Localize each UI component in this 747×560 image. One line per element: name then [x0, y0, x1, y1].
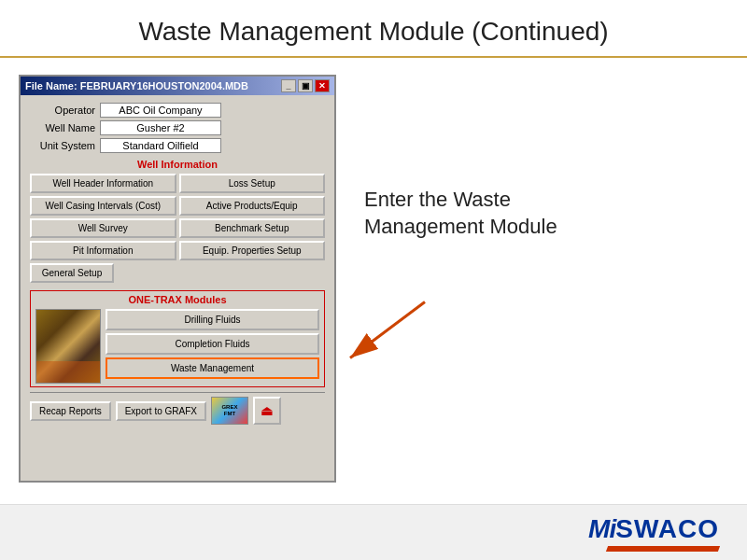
drilling-fluids-btn[interactable]: Drilling Fluids [106, 309, 319, 330]
onetrax-section: ONE-TRAX Modules Drilling Fluids Complet… [30, 290, 325, 387]
loss-setup-btn[interactable]: Loss Setup [179, 174, 326, 193]
bottom-bar: Recap Reports Export to GRAFX GREXFMT ⏏ [30, 392, 325, 425]
restore-button[interactable]: ▣ [298, 79, 313, 92]
well-header-btn[interactable]: Well Header Information [30, 174, 176, 193]
dialog-box: File Name: FEBRUARY16HOUSTON2004.MDB _ ▣… [19, 75, 336, 483]
logo-bar [606, 546, 720, 552]
annotation-text: Enter the WasteManagement Module [364, 187, 557, 240]
logo-container: Mi SWACO [588, 514, 719, 544]
unitsystem-label: Unit System [30, 140, 100, 151]
titlebar-controls: _ ▣ ✕ [281, 79, 330, 92]
wellname-row: Well Name Gusher #2 [30, 120, 325, 135]
export-grafx-btn[interactable]: Export to GRAFX [116, 401, 206, 421]
annotation-area: Enter the WasteManagement Module [336, 75, 728, 483]
well-info-buttons: Well Header Information Loss Setup Well … [30, 174, 325, 260]
pit-info-btn[interactable]: Pit Information [30, 241, 176, 260]
svg-line-1 [350, 302, 425, 358]
operator-value: ABC Oil Company [100, 103, 221, 118]
onetrax-label: ONE-TRAX Modules [35, 294, 319, 305]
general-setup-btn[interactable]: General Setup [30, 263, 114, 283]
minimize-button[interactable]: _ [281, 79, 296, 92]
benchmark-setup-btn[interactable]: Benchmark Setup [179, 218, 326, 238]
dialog-body: Operator ABC Oil Company Well Name Gushe… [21, 95, 334, 432]
page-title: Waste Management Module (Continued) [0, 0, 747, 58]
annotation-arrow [336, 75, 728, 483]
close-button[interactable]: ✕ [315, 79, 330, 92]
exit-icon[interactable]: ⏏ [253, 397, 281, 425]
well-survey-btn[interactable]: Well Survey [30, 218, 176, 238]
onetrax-content: Drilling Fluids Completion Fluids Waste … [35, 309, 319, 384]
equip-properties-btn[interactable]: Equip. Properties Setup [179, 241, 326, 260]
unitsystem-value: Standard Oilfield [100, 138, 221, 153]
wellname-value: Gusher #2 [100, 120, 221, 135]
logo-swaco: SWACO [615, 514, 719, 544]
logo-mi: Mi [588, 514, 615, 544]
content-area: File Name: FEBRUARY16HOUSTON2004.MDB _ ▣… [0, 58, 747, 492]
well-casing-btn[interactable]: Well Casing Intervals (Cost) [30, 196, 176, 216]
onetrax-image [35, 309, 101, 384]
wellname-label: Well Name [30, 122, 100, 133]
well-info-label: Well Information [30, 159, 325, 170]
active-products-btn[interactable]: Active Products/Equip [179, 196, 326, 216]
onetrax-buttons: Drilling Fluids Completion Fluids Waste … [106, 309, 319, 384]
waste-management-btn[interactable]: Waste Management [106, 357, 319, 379]
unitsystem-row: Unit System Standard Oilfield [30, 138, 325, 153]
dialog-titlebar: File Name: FEBRUARY16HOUSTON2004.MDB _ ▣… [21, 77, 334, 95]
dialog-title: File Name: FEBRUARY16HOUSTON2004.MDB [25, 80, 248, 91]
recap-reports-btn[interactable]: Recap Reports [30, 401, 111, 421]
operator-row: Operator ABC Oil Company [30, 103, 325, 118]
logo-wrap: Mi SWACO [588, 514, 719, 552]
grafx-icon: GREXFMT [211, 397, 248, 425]
operator-label: Operator [30, 105, 100, 116]
footer: Mi SWACO [0, 504, 747, 560]
completion-fluids-btn[interactable]: Completion Fluids [106, 333, 319, 355]
